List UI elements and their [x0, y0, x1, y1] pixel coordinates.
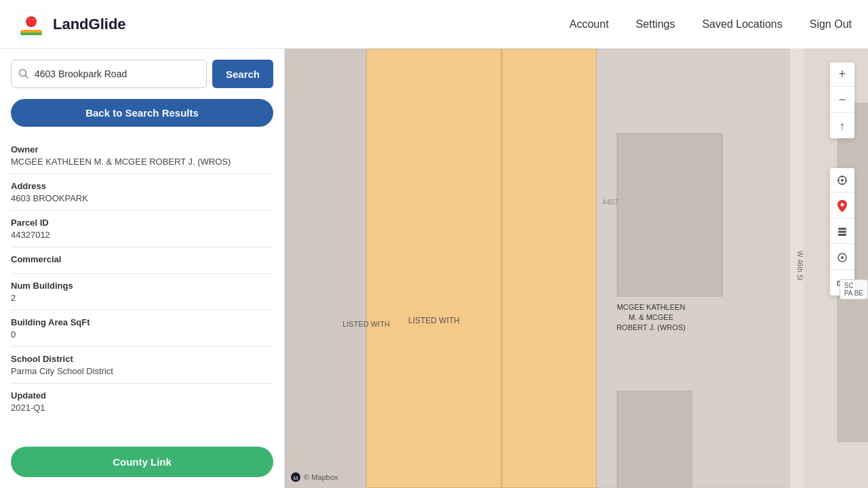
map-zoom-controls: + − ↑ — [830, 62, 854, 138]
school-district-value: Parma City School District — [11, 366, 273, 376]
pin-icon — [837, 200, 847, 212]
header: LandGlide Account Settings Saved Locatio… — [0, 0, 868, 49]
place-button[interactable] — [830, 245, 854, 270]
svg-point-31 — [841, 179, 844, 182]
county-link-button[interactable]: County Link — [11, 447, 273, 477]
building-area-label: Building Area SqFt — [11, 317, 273, 327]
num-buildings-label: Num Buildings — [11, 281, 273, 291]
search-icon — [18, 68, 29, 79]
floating-label: SC PA BE — [840, 279, 868, 300]
search-button[interactable]: Search — [212, 60, 273, 88]
num-buildings-section: Num Buildings 2 — [11, 274, 273, 310]
svg-text:LISTED WITH: LISTED WITH — [408, 316, 460, 325]
svg-rect-6 — [20, 33, 42, 35]
locate-icon — [837, 175, 848, 186]
parcel-id-value: 44327012 — [11, 230, 273, 240]
owner-value: MCGEE KATHLEEN M. & MCGEE ROBERT J. (WRO… — [11, 157, 273, 167]
svg-text:4407: 4407 — [602, 198, 618, 206]
building-area-section: Building Area SqFt 0 — [11, 310, 273, 347]
updated-section: Updated 2021-Q1 — [11, 384, 273, 420]
owner-section: Owner MCGEE KATHLEEN M. & MCGEE ROBERT J… — [11, 138, 273, 174]
search-bar: Search — [0, 49, 284, 88]
svg-rect-12 — [366, 49, 502, 488]
map-svg: 4407 MCGEE KATHLEEN M. & MCGEE ROBERT J.… — [285, 49, 868, 488]
zoom-in-button[interactable]: + — [830, 62, 854, 87]
parcel-id-label: Parcel ID — [11, 218, 273, 228]
floating-label-text1: SC — [844, 282, 863, 289]
back-btn-wrap: Back to Search Results — [0, 88, 284, 132]
logo-text: LandGlide — [53, 16, 126, 33]
building-area-value: 0 — [11, 329, 273, 340]
search-input-wrap — [11, 60, 207, 88]
mapbox-text: © Mapbox — [304, 473, 338, 481]
layers-icon — [837, 226, 848, 237]
map-right-controls — [830, 168, 854, 296]
county-btn-wrap: County Link — [0, 439, 284, 488]
svg-point-41 — [841, 256, 844, 259]
svg-text:W 46th St: W 46th St — [796, 251, 804, 281]
school-district-label: School District — [11, 354, 273, 364]
address-section: Address 4603 BROOKPARK — [11, 174, 273, 211]
svg-rect-16 — [617, 391, 692, 488]
map-area[interactable]: 4407 MCGEE KATHLEEN M. & MCGEE ROBERT J.… — [285, 49, 868, 488]
nav-account[interactable]: Account — [570, 18, 609, 30]
place-icon — [837, 252, 848, 263]
address-label: Address — [11, 181, 273, 191]
svg-line-8 — [26, 76, 28, 79]
locate-button[interactable] — [830, 168, 854, 192]
zoom-out-button[interactable]: − — [830, 88, 854, 113]
floating-label-text2: PA BE — [844, 289, 863, 297]
back-to-results-button[interactable]: Back to Search Results — [11, 99, 273, 127]
svg-rect-15 — [617, 134, 722, 296]
svg-text:M. & MCGEE: M. & MCGEE — [629, 313, 673, 321]
svg-text:MCGEE KATHLEEN: MCGEE KATHLEEN — [617, 303, 686, 311]
nav-settings[interactable]: Settings — [636, 18, 675, 30]
svg-text:LISTED WITH: LISTED WITH — [342, 320, 390, 328]
zoning-section: Commercial — [11, 247, 273, 274]
owner-label: Owner — [11, 144, 273, 155]
pin-button[interactable] — [830, 194, 854, 218]
updated-value: 2021-Q1 — [11, 403, 273, 413]
logo-icon — [16, 9, 46, 39]
left-panel: Search Back to Search Results Owner MCGE… — [0, 49, 285, 488]
svg-point-36 — [841, 203, 844, 206]
svg-rect-13 — [502, 49, 597, 488]
parcel-id-section: Parcel ID 44327012 — [11, 211, 273, 247]
address-value: 4603 BROOKPARK — [11, 193, 273, 203]
svg-rect-39 — [838, 234, 846, 236]
mapbox-logo: M — [290, 472, 301, 483]
svg-rect-19 — [285, 49, 366, 488]
svg-text:M: M — [294, 475, 298, 481]
logo-area: LandGlide — [16, 9, 126, 39]
nav-sign-out[interactable]: Sign Out — [810, 18, 852, 30]
zoning-label: Commercial — [11, 254, 273, 264]
nav-links: Account Settings Saved Locations Sign Ou… — [570, 18, 852, 30]
north-button[interactable]: ↑ — [830, 114, 854, 138]
svg-rect-38 — [838, 230, 846, 232]
property-info: Owner MCGEE KATHLEEN M. & MCGEE ROBERT J… — [0, 132, 284, 439]
nav-saved-locations[interactable]: Saved Locations — [702, 18, 782, 30]
updated-label: Updated — [11, 390, 273, 401]
main: Search Back to Search Results Owner MCGE… — [0, 49, 868, 488]
layers-button[interactable] — [830, 220, 854, 244]
num-buildings-value: 2 — [11, 293, 273, 303]
mapbox-attribution: M © Mapbox — [290, 472, 338, 483]
school-district-section: School District Parma City School Distri… — [11, 347, 273, 384]
svg-rect-37 — [838, 228, 846, 230]
search-input[interactable] — [35, 68, 199, 79]
svg-text:ROBERT J. (WROS): ROBERT J. (WROS) — [616, 323, 686, 331]
